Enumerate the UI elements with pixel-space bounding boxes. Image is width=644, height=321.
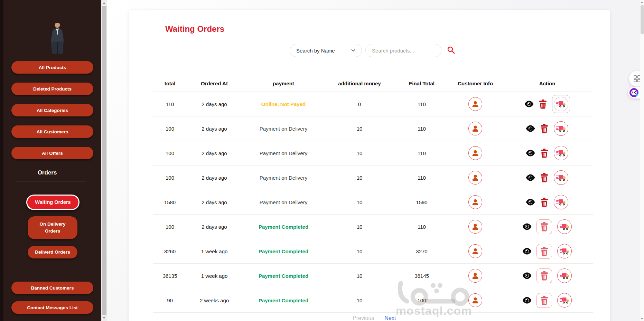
page-scrollbar-thumb[interactable] bbox=[641, 5, 644, 34]
sidebar-item-all-categories[interactable]: All Categories bbox=[11, 104, 93, 116]
delete-order-wrap bbox=[540, 148, 549, 158]
delete-order-wrap bbox=[536, 293, 552, 308]
table-row: 100 2 days ago Payment Completed 10 110 bbox=[153, 215, 593, 239]
scroll-up-arrow-icon[interactable] bbox=[103, 2, 105, 4]
action-cell bbox=[501, 121, 593, 136]
action-cell bbox=[501, 268, 593, 283]
payment-status: Payment on Delivery bbox=[242, 150, 325, 156]
additional-money: 10 bbox=[325, 199, 394, 205]
table-row: 100 2 days ago Payment on Delivery 10 11… bbox=[153, 116, 593, 141]
orders-section-heading: Orders bbox=[0, 169, 94, 176]
customer-info-button[interactable] bbox=[468, 220, 482, 234]
sidebar-item-deleted-products[interactable]: Deleted Products bbox=[11, 83, 93, 95]
search-icon bbox=[447, 46, 455, 54]
view-order-button[interactable] bbox=[526, 150, 535, 157]
search-filter-select[interactable]: Search by Name bbox=[290, 44, 362, 57]
person-icon bbox=[472, 223, 479, 230]
view-order-button[interactable] bbox=[522, 272, 532, 279]
deliver-order-button[interactable] bbox=[554, 97, 568, 111]
customer-info-button[interactable] bbox=[468, 244, 482, 258]
sidebar-item-all-products[interactable]: All Products bbox=[11, 61, 93, 74]
sidebar-item-on-delivery-orders[interactable]: On Delivery Orders bbox=[28, 216, 77, 239]
person-icon bbox=[472, 125, 479, 132]
truck-icon bbox=[556, 174, 566, 181]
customer-info-cell bbox=[449, 195, 501, 209]
search-input[interactable] bbox=[365, 44, 441, 57]
pagination-previous[interactable]: Previous bbox=[353, 315, 374, 321]
deliver-order-button[interactable] bbox=[557, 293, 572, 308]
deliver-order-wrap bbox=[553, 121, 569, 136]
customer-info-button[interactable] bbox=[468, 269, 482, 283]
search-button[interactable] bbox=[446, 45, 456, 56]
delete-order-button[interactable] bbox=[540, 222, 548, 232]
eye-icon bbox=[524, 101, 534, 107]
additional-money: 10 bbox=[325, 273, 394, 279]
view-order-button[interactable] bbox=[524, 101, 534, 107]
deliver-order-button[interactable] bbox=[554, 146, 568, 160]
customer-info-button[interactable] bbox=[468, 293, 482, 307]
trash-icon bbox=[539, 100, 547, 109]
deliver-order-button[interactable] bbox=[554, 195, 568, 209]
orders-divider bbox=[16, 181, 86, 181]
scroll-down-arrow-icon[interactable] bbox=[103, 317, 105, 319]
view-order-button[interactable] bbox=[522, 223, 532, 230]
delete-order-button[interactable] bbox=[540, 149, 548, 158]
table-row: 100 2 days ago Payment on Delivery 10 11… bbox=[153, 141, 593, 166]
order-date: 2 days ago bbox=[187, 224, 242, 230]
order-date: 2 days ago bbox=[187, 150, 242, 156]
sidebar-item-deliverd-orders[interactable]: Deliverd Orders bbox=[28, 246, 77, 258]
deliver-order-wrap bbox=[557, 244, 572, 259]
delete-order-wrap bbox=[540, 173, 549, 183]
delete-order-button[interactable] bbox=[540, 173, 548, 182]
action-cell bbox=[501, 195, 593, 210]
customer-info-button[interactable] bbox=[468, 171, 482, 185]
action-cell bbox=[501, 95, 593, 113]
eye-icon bbox=[522, 272, 532, 279]
delete-order-button[interactable] bbox=[539, 100, 547, 109]
table-row: 1580 2 days ago Payment on Delivery 10 1… bbox=[153, 190, 593, 215]
order-total: 1580 bbox=[153, 199, 187, 205]
view-order-button[interactable] bbox=[522, 248, 532, 255]
eye-icon bbox=[526, 125, 535, 132]
view-order-button[interactable] bbox=[526, 125, 535, 132]
delete-order-button[interactable] bbox=[540, 247, 548, 256]
delete-order-button[interactable] bbox=[540, 198, 548, 207]
sidebar-item-banned-customers[interactable]: Banned Customers bbox=[11, 282, 93, 294]
final-total: 110 bbox=[394, 101, 449, 107]
additional-money: 0 bbox=[325, 101, 394, 107]
deliver-order-button[interactable] bbox=[557, 268, 572, 283]
sidebar-scrollbar[interactable] bbox=[101, 0, 107, 321]
eye-icon bbox=[526, 150, 535, 157]
customer-info-button[interactable] bbox=[468, 146, 482, 160]
truck-icon bbox=[556, 149, 566, 157]
truck-icon bbox=[556, 100, 566, 108]
person-icon bbox=[472, 272, 479, 280]
page-scrollbar[interactable] bbox=[640, 0, 644, 321]
view-order-button[interactable] bbox=[526, 199, 535, 206]
delete-order-button[interactable] bbox=[540, 271, 548, 281]
page-scroll-down-icon[interactable] bbox=[641, 318, 643, 320]
deliver-order-button[interactable] bbox=[554, 121, 568, 136]
sidebar-item-all-customers[interactable]: All Customers bbox=[11, 125, 93, 138]
truck-icon bbox=[560, 247, 569, 255]
delete-order-button[interactable] bbox=[540, 124, 548, 133]
customer-info-button[interactable] bbox=[468, 195, 482, 209]
view-order-button[interactable] bbox=[522, 297, 532, 304]
action-cell bbox=[501, 293, 593, 308]
sidebar-item-contact-messages[interactable]: Contact Messages List bbox=[11, 301, 93, 314]
sidebar-scrollbar-thumb[interactable] bbox=[102, 6, 106, 315]
pagination-next[interactable]: Next bbox=[384, 315, 396, 321]
customer-info-button[interactable] bbox=[468, 122, 482, 135]
sidebar-item-waiting-orders[interactable]: Waiting Orders bbox=[26, 195, 80, 210]
deliver-order-wrap bbox=[552, 95, 570, 113]
deliver-order-button[interactable] bbox=[557, 244, 572, 258]
page-scroll-up-icon[interactable] bbox=[641, 1, 643, 3]
eye-icon bbox=[522, 223, 532, 230]
order-total: 100 bbox=[153, 150, 187, 156]
view-order-button[interactable] bbox=[526, 174, 535, 181]
deliver-order-button[interactable] bbox=[554, 170, 568, 185]
delete-order-button[interactable] bbox=[540, 296, 548, 305]
customer-info-button[interactable] bbox=[468, 97, 482, 111]
deliver-order-button[interactable] bbox=[557, 219, 572, 234]
sidebar-item-all-offers[interactable]: All Offers bbox=[11, 147, 93, 159]
